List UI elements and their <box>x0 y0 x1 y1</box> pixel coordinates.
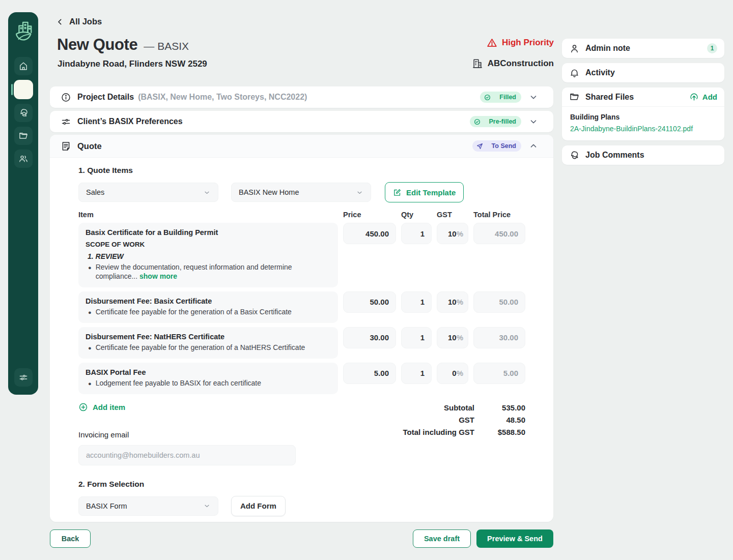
page-title: New Quote — BASIX <box>57 36 189 54</box>
qty-input[interactable] <box>401 327 432 348</box>
item-description-field[interactable]: Disbursement Fee: Basix Certificate ● Ce… <box>78 291 338 323</box>
sidebar-item-contacts[interactable] <box>14 150 33 168</box>
item-description-text: Review the documentation, request inform… <box>96 263 292 280</box>
chevron-left-icon <box>56 18 64 26</box>
page-title-suffix: — BASIX <box>144 40 189 52</box>
price-input[interactable] <box>343 327 396 348</box>
form-select[interactable]: BASIX Form <box>78 496 218 516</box>
right-panel: Admin note 1 Activity Shared Files <box>562 39 724 165</box>
sidebar-item-jobs[interactable] <box>14 80 33 99</box>
chevron-down-icon[interactable] <box>529 117 538 126</box>
back-button[interactable]: Back <box>50 529 91 548</box>
item-description-field[interactable]: BASIX Portal Fee ● Lodgement fee payable… <box>78 363 338 394</box>
chevron-down-icon[interactable] <box>529 93 538 102</box>
header-meta: High Priority ABConstruction <box>387 37 554 70</box>
invoicing-email-input[interactable] <box>78 445 296 465</box>
invoicing-email-label: Invoicing email <box>78 430 403 439</box>
gst-input[interactable]: 10% <box>437 223 468 244</box>
save-draft-button[interactable]: Save draft <box>413 529 471 548</box>
add-item-label: Add item <box>93 403 125 411</box>
admin-note-count-badge: 1 <box>707 43 717 53</box>
admin-note-header[interactable]: Admin note 1 <box>562 39 724 58</box>
col-price: Price <box>343 211 396 219</box>
sidebar-item-home[interactable] <box>14 57 33 75</box>
bell-icon <box>569 68 580 78</box>
gst-value: 10 <box>448 333 457 342</box>
bullet-dot-icon: ● <box>88 379 92 388</box>
folder-icon <box>18 131 29 141</box>
sidebar-item-settings[interactable] <box>14 368 33 387</box>
check-circle-icon <box>474 119 481 125</box>
company-name: ABConstruction <box>488 58 554 69</box>
section-project-details[interactable]: Project Details (BASIX, New Home, Two St… <box>50 86 553 108</box>
item-description: ● Lodgement fee payable to BASIX for eac… <box>86 379 331 388</box>
gst-value: 10 <box>448 229 457 238</box>
person-icon <box>569 43 580 54</box>
project-details-subtitle: (BASIX, New Home, Two Storeys, NCC2022) <box>138 93 307 102</box>
chevron-up-icon[interactable] <box>529 141 538 151</box>
warning-triangle-icon <box>487 38 497 48</box>
add-file-button[interactable]: Add <box>689 92 717 102</box>
chevron-down-icon <box>203 189 211 196</box>
quote-totals: Subtotal 535.00 GST 48.50 Total includin… <box>403 402 525 465</box>
activity-header[interactable]: Activity <box>562 63 724 82</box>
building-icon <box>472 58 483 69</box>
quote-items-heading: 1. Quote Items <box>78 166 525 175</box>
section-quote: Quote To Send 1. Quote Items Sales BASIX <box>50 135 553 522</box>
show-more-link[interactable]: show more <box>139 272 177 280</box>
item-description-text: Lodgement fee payable to BASIX for each … <box>96 379 261 388</box>
add-form-button[interactable]: Add Form <box>231 496 286 516</box>
qty-input[interactable] <box>401 291 432 313</box>
gst-total-label: GST <box>459 416 474 424</box>
item-description-field[interactable]: Disbursement Fee: NatHERS Certificate ● … <box>78 327 338 359</box>
gst-input[interactable]: 0% <box>437 363 468 384</box>
item-description-text: Certificate fee payable for the generati… <box>96 308 292 317</box>
shared-files-card: Shared Files Add Building Plans 2A-Jinda… <box>562 87 724 140</box>
quote-category-select[interactable]: Sales <box>78 183 218 202</box>
price-input[interactable] <box>343 223 396 244</box>
percent-sign: % <box>457 369 463 377</box>
quote-template-select[interactable]: BASIX New Home <box>231 183 371 202</box>
section-basix-preferences[interactable]: Client’s BASIX Preferences Pre-filled <box>50 111 553 132</box>
job-comments-card: Job Comments <box>562 145 724 165</box>
file-link[interactable]: 2A-Jindabyne-BuildinPlans-241102.pdf <box>570 125 716 133</box>
gst-input[interactable]: 10% <box>437 291 468 313</box>
add-file-label: Add <box>702 93 717 101</box>
back-to-all-jobs[interactable]: All Jobs <box>56 17 102 26</box>
users-icon <box>18 154 29 164</box>
add-item-button[interactable]: Add item <box>78 402 403 412</box>
gst-value: 10 <box>448 298 457 306</box>
plus-circle-icon <box>78 402 88 412</box>
shared-files-body: Building Plans 2A-Jindabyne-BuildinPlans… <box>562 107 724 140</box>
company: ABConstruction <box>387 57 554 70</box>
subtotal-row: Subtotal 535.00 <box>403 403 525 412</box>
grand-total-value: $588.50 <box>474 428 525 436</box>
qty-input[interactable] <box>401 363 432 384</box>
sidebar-item-messages[interactable] <box>14 104 33 122</box>
qty-input[interactable] <box>401 223 432 244</box>
to-send-badge-label: To Send <box>492 142 516 150</box>
grand-total-label: Total including GST <box>403 428 474 436</box>
price-input[interactable] <box>343 363 396 384</box>
job-comments-header[interactable]: Job Comments <box>562 145 724 165</box>
item-title: Disbursement Fee: Basix Certificate <box>86 297 331 305</box>
percent-sign: % <box>457 333 463 342</box>
edit-pencil-icon <box>393 188 402 197</box>
admin-note-card: Admin note 1 <box>562 39 724 58</box>
back-label: All Jobs <box>69 17 102 26</box>
activity-label: Activity <box>585 68 615 77</box>
edit-template-button[interactable]: Edit Template <box>385 182 464 202</box>
project-details-title: Project Details <box>77 93 134 102</box>
app-logo-icon <box>13 19 34 44</box>
gst-input[interactable]: 10% <box>437 327 468 348</box>
preview-send-button[interactable]: Preview & Send <box>476 529 553 548</box>
shared-files-header[interactable]: Shared Files Add <box>562 87 724 107</box>
gst-row: GST 48.50 <box>403 416 525 424</box>
subtotal-label: Subtotal <box>444 403 474 412</box>
price-input[interactable] <box>343 291 396 313</box>
item-description-field[interactable]: Basix Certificate for a Building Permit … <box>78 223 338 287</box>
priority-label: High Priority <box>502 38 554 48</box>
sidebar-item-files[interactable] <box>14 127 33 145</box>
quote-header[interactable]: Quote To Send <box>50 135 553 158</box>
chevron-down-icon <box>356 189 363 196</box>
